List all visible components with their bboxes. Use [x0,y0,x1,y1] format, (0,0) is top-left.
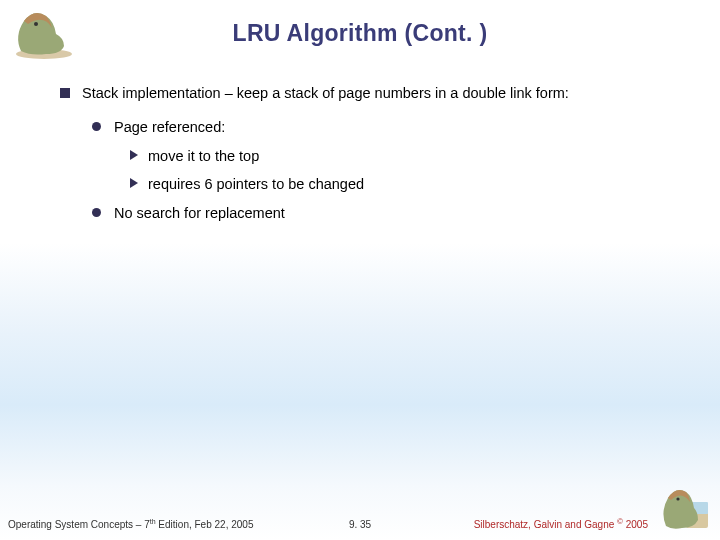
slide-title: LRU Algorithm (Cont. ) [0,0,720,47]
svg-point-4 [676,497,679,500]
footer-page-number: 9. 35 [349,519,371,530]
footer-right-post: 2005 [623,519,648,530]
dinosaur-illustration-top [6,6,76,61]
svg-point-1 [34,22,38,26]
slide-content: Stack implementation – keep a stack of p… [60,84,680,234]
dinosaur-illustration-bottom [656,484,714,534]
footer-right-pre: Silberschatz, Galvin and Gagne [474,519,617,530]
bullet-level1: Stack implementation – keep a stack of p… [60,84,680,104]
bullet-level3: move it to the top [130,147,680,167]
bullet-level2: No search for replacement [92,204,680,224]
bullet-level3: requires 6 pointers to be changed [130,175,680,195]
footer-right: Silberschatz, Galvin and Gagne © 2005 [474,517,648,530]
footer-left-text-post: Edition, Feb 22, 2005 [156,519,254,530]
bullet-level2: Page referenced: [92,118,680,138]
footer-left-text-pre: Operating System Concepts – 7 [8,519,150,530]
footer-left: Operating System Concepts – 7th Edition,… [8,518,253,530]
